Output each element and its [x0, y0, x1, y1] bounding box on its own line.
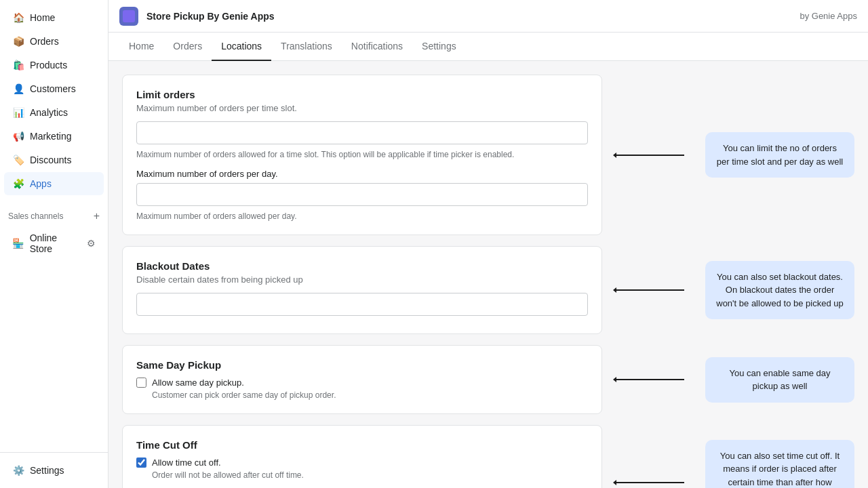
topbar: Store Pickup By Genie Apps by Genie Apps — [108, 0, 868, 33]
tab-notifications[interactable]: Notifications — [342, 33, 412, 61]
limit-orders-title: Limit orders — [136, 89, 588, 100]
tab-locations[interactable]: Locations — [212, 33, 271, 61]
tab-settings[interactable]: Settings — [412, 33, 466, 61]
sidebar-label-customers: Customers — [30, 83, 76, 94]
sales-channels-section: Sales channels + — [0, 206, 108, 226]
time-cut-off-checkbox[interactable] — [136, 458, 146, 468]
same-day-pickup-section: Same Day Pickup Allow same day pickup. C… — [122, 345, 854, 414]
orders-icon: 📦 — [12, 35, 24, 47]
main-area: Store Pickup By Genie Apps by Genie Apps… — [108, 0, 868, 488]
home-icon: 🏠 — [12, 12, 24, 24]
limit-orders-perday-label: Maximum number of orders per day. Maximu… — [136, 169, 588, 221]
blackout-dates-title: Blackout Dates — [136, 260, 588, 272]
time-cut-off-title: Time Cut Off — [136, 439, 588, 451]
same-day-pickup-helper: Customer can pick order same day of pick… — [136, 390, 588, 400]
sidebar-item-discounts[interactable]: 🏷️ Discounts — [4, 148, 104, 171]
same-day-pickup-checkbox-row: Allow same day pickup. Customer can pick… — [136, 378, 588, 400]
app-logo-inner — [123, 10, 135, 22]
time-cut-off-section: Time Cut Off Allow time cut off. Order w… — [122, 425, 854, 488]
time-cut-off-checkbox-label[interactable]: Allow time cut off. — [152, 458, 221, 468]
tab-home[interactable]: Home — [119, 33, 163, 61]
time-cut-off-tooltip: You can also set time cut off. It means … — [705, 440, 854, 488]
sidebar-item-orders[interactable]: 📦 Orders — [4, 30, 104, 53]
same-day-pickup-arrow — [613, 373, 694, 386]
sidebar-item-analytics[interactable]: 📊 Analytics — [4, 101, 104, 124]
tab-navigation: Home Orders Locations Translations Notif… — [108, 33, 868, 61]
sidebar-label-products: Products — [30, 60, 67, 70]
time-cut-off-checkbox-row: Allow time cut off. Order will not be al… — [136, 458, 588, 480]
sidebar-item-home[interactable]: 🏠 Home — [4, 6, 104, 29]
customers-icon: 👤 — [12, 83, 24, 95]
limit-orders-section: Limit orders Maximum number of orders pe… — [122, 75, 854, 235]
sales-channels-label: Sales channels — [8, 211, 63, 221]
sidebar-item-online-store[interactable]: 🏪 Online Store ⚙ — [4, 227, 104, 260]
sidebar-label-home: Home — [30, 12, 55, 23]
blackout-dates-section: Blackout Dates Disable certain dates fro… — [122, 246, 854, 334]
app-title: Store Pickup By Genie Apps — [146, 11, 275, 22]
same-day-pickup-checkbox-label[interactable]: Allow same day pickup. — [152, 378, 244, 388]
svg-marker-1 — [613, 152, 616, 158]
limit-orders-perday-helper: Maximum number of orders allowed per day… — [136, 211, 588, 221]
sidebar-label-online-store: Online Store — [30, 232, 81, 254]
time-cut-off-arrow — [613, 476, 694, 489]
same-day-pickup-checkbox-container: Allow same day pickup. — [136, 378, 588, 388]
discounts-icon: 🏷️ — [12, 154, 24, 166]
sidebar-label-marketing: Marketing — [30, 131, 71, 142]
sidebar-item-settings[interactable]: ⚙️ Settings — [4, 459, 104, 482]
sidebar-item-products[interactable]: 🛍️ Products — [4, 54, 104, 77]
marketing-icon: 📢 — [12, 130, 24, 142]
limit-orders-timeslot-input[interactable] — [136, 121, 588, 144]
limit-orders-tooltip: You can limit the no of orders per time … — [705, 132, 854, 178]
settings-icon: ⚙️ — [12, 464, 24, 476]
svg-marker-3 — [613, 287, 616, 293]
same-day-pickup-card: Same Day Pickup Allow same day pickup. C… — [122, 345, 602, 414]
add-sales-channel-button[interactable]: + — [94, 210, 100, 222]
limit-orders-perday-text: Maximum number of orders per day. — [136, 169, 588, 179]
sidebar-item-marketing[interactable]: 📢 Marketing — [4, 125, 104, 148]
sidebar-label-discounts: Discounts — [30, 155, 71, 165]
sidebar-item-apps[interactable]: 🧩 Apps — [4, 172, 104, 195]
sidebar-item-customers[interactable]: 👤 Customers — [4, 77, 104, 100]
blackout-dates-input[interactable] — [136, 293, 588, 316]
sidebar: 🏠 Home 📦 Orders 🛍️ Products 👤 Customers … — [0, 0, 108, 488]
content-area: Limit orders Maximum number of orders pe… — [108, 61, 868, 488]
sidebar-label-orders: Orders — [30, 36, 59, 47]
online-store-icon: 🏪 — [12, 237, 24, 249]
sidebar-bottom: ⚙️ Settings — [0, 452, 108, 488]
time-cut-off-helper: Order will not be allowed after cut off … — [136, 470, 588, 480]
tab-orders[interactable]: Orders — [163, 33, 212, 61]
products-icon: 🛍️ — [12, 59, 24, 71]
blackout-dates-subtitle: Disable certain dates from being picked … — [136, 274, 588, 285]
app-logo — [119, 7, 138, 26]
sidebar-label-apps: Apps — [30, 178, 52, 189]
sidebar-label-settings: Settings — [30, 465, 64, 476]
limit-orders-subtitle: Maximum number of orders per time slot. — [136, 103, 588, 113]
time-cut-off-card: Time Cut Off Allow time cut off. Order w… — [122, 425, 602, 488]
limit-orders-perday-input[interactable] — [136, 183, 588, 206]
svg-marker-7 — [613, 480, 616, 485]
same-day-pickup-tooltip: You can enable same day pickup as well — [705, 357, 854, 403]
topbar-by-label: by Genie Apps — [800, 11, 857, 21]
limit-orders-card: Limit orders Maximum number of orders pe… — [122, 75, 602, 235]
analytics-icon: 📊 — [12, 106, 24, 119]
svg-marker-5 — [613, 377, 616, 382]
same-day-pickup-title: Same Day Pickup — [136, 359, 588, 371]
blackout-dates-arrow — [613, 283, 694, 297]
limit-orders-timeslot-helper: Maximum number of orders allowed for a t… — [136, 150, 588, 159]
sidebar-label-analytics: Analytics — [30, 107, 68, 118]
limit-orders-arrow — [613, 148, 694, 162]
blackout-dates-tooltip: You can also set blackout dates. On blac… — [705, 261, 854, 320]
tab-translations[interactable]: Translations — [271, 33, 342, 61]
same-day-pickup-checkbox[interactable] — [136, 378, 146, 388]
online-store-settings-icon[interactable]: ⚙ — [87, 238, 96, 249]
sidebar-nav: 🏠 Home 📦 Orders 🛍️ Products 👤 Customers … — [0, 0, 108, 452]
apps-icon: 🧩 — [12, 178, 24, 190]
blackout-dates-card: Blackout Dates Disable certain dates fro… — [122, 246, 602, 334]
time-cut-off-checkbox-container: Allow time cut off. — [136, 458, 588, 468]
